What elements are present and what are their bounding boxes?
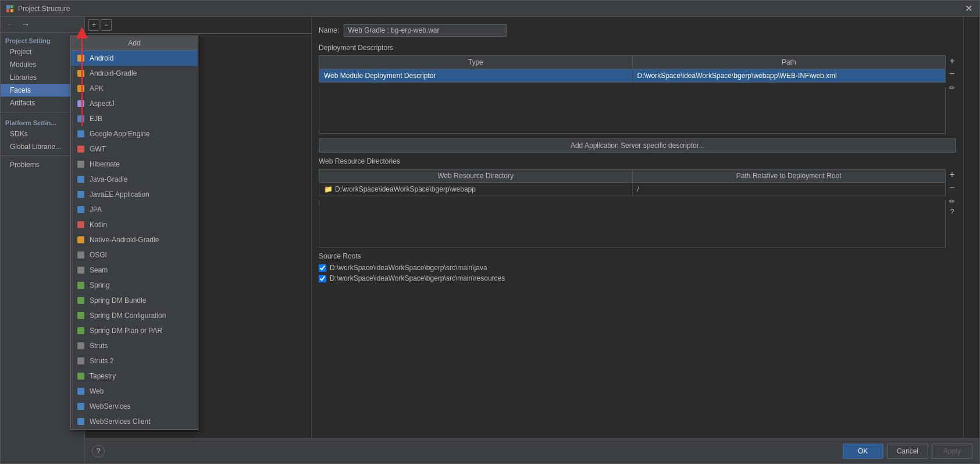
android-gradle-label: Android-Gradle bbox=[90, 69, 137, 77]
remove-web-resource-button[interactable]: − bbox=[948, 182, 956, 193]
svg-rect-19 bbox=[77, 236, 84, 243]
content-inner: + − bg-erp-web.war (bgerp.main) bbox=[85, 17, 979, 438]
ok-button[interactable]: OK bbox=[843, 444, 883, 459]
apk-label: APK bbox=[90, 84, 104, 93]
java-gradle-label: Java-Gradle bbox=[90, 175, 127, 183]
svg-rect-11 bbox=[77, 115, 84, 122]
edit-deployment-button[interactable]: ✏ bbox=[948, 83, 956, 93]
spring-dm-plan-label: Spring DM Plan or PAR bbox=[90, 327, 162, 335]
back-button[interactable]: ← bbox=[4, 19, 17, 30]
detail-panel: Name: Deployment Descriptors Type Path bbox=[312, 17, 963, 438]
remove-button[interactable]: − bbox=[101, 19, 112, 31]
svg-rect-1 bbox=[10, 5, 13, 8]
svg-rect-27 bbox=[77, 357, 84, 364]
dropdown-item-tapestry[interactable]: Tapestry bbox=[71, 369, 198, 384]
add-web-resource-button[interactable]: + bbox=[948, 169, 956, 180]
svg-rect-31 bbox=[77, 418, 84, 425]
dropdown-item-android-gradle[interactable]: Android-Gradle bbox=[71, 66, 198, 81]
web-resource-table-container: Web Resource Directory Path Relative to … bbox=[319, 169, 946, 247]
svg-rect-3 bbox=[10, 9, 13, 12]
ejb-icon bbox=[76, 114, 86, 124]
webservices-client-label: WebServices Client bbox=[90, 417, 150, 426]
deployment-table-row[interactable]: Web Module Deployment Descriptor D:\work… bbox=[319, 69, 945, 82]
name-input[interactable] bbox=[344, 24, 507, 37]
dropdown-item-android[interactable]: Android bbox=[71, 51, 198, 66]
gwt-icon bbox=[76, 144, 86, 154]
dropdown-item-spring-dm-configuration[interactable]: Spring DM Configuration bbox=[71, 308, 198, 323]
hibernate-label: Hibernate bbox=[90, 160, 120, 168]
dropdown-item-seam[interactable]: Seam bbox=[71, 263, 198, 278]
dropdown-item-gwt[interactable]: GWT bbox=[71, 141, 198, 157]
deployment-descriptors-label: Deployment Descriptors bbox=[319, 44, 956, 52]
web-resource-empty-area bbox=[319, 201, 946, 247]
close-button[interactable]: ✕ bbox=[963, 3, 975, 14]
web-icon bbox=[76, 386, 86, 396]
tapestry-icon bbox=[76, 371, 86, 381]
deployment-table-controls: + − ✏ bbox=[948, 55, 956, 93]
dropdown-item-java-gradle[interactable]: Java-Gradle bbox=[71, 172, 198, 187]
edit-web-resource-button[interactable]: ✏ bbox=[948, 197, 956, 206]
kotlin-label: Kotlin bbox=[90, 221, 107, 229]
footer: ? OK Cancel Apply bbox=[85, 438, 979, 463]
svg-rect-10 bbox=[77, 100, 84, 107]
forward-button[interactable]: → bbox=[19, 19, 32, 30]
project-structure-window: Project Structure ✕ ← → Project Setting … bbox=[0, 0, 980, 464]
apply-button[interactable]: Apply bbox=[932, 444, 972, 459]
add-dropdown: Add AndroidAndroid-GradleAPKAspectJEJBGo… bbox=[70, 36, 198, 430]
struts-label: Struts bbox=[90, 342, 108, 350]
android-gradle-icon bbox=[76, 68, 86, 79]
dropdown-item-struts[interactable]: Struts bbox=[71, 338, 198, 353]
window-title: Project Structure bbox=[18, 5, 963, 13]
google-app-engine-icon bbox=[76, 129, 86, 139]
web-resource-label: Web Resource Directories bbox=[319, 157, 956, 165]
add-button[interactable]: + bbox=[88, 19, 99, 31]
add-deployment-button[interactable]: + bbox=[948, 55, 956, 67]
svg-rect-2 bbox=[6, 9, 9, 12]
dropdown-item-kotlin[interactable]: Kotlin bbox=[71, 217, 198, 232]
dropdown-item-spring-dm-bundle[interactable]: Spring DM Bundle bbox=[71, 293, 198, 308]
svg-rect-24 bbox=[77, 312, 84, 319]
source-root-2-label: D:\workSpace\ideaWorkSpace\bgerp\src\mai… bbox=[330, 274, 505, 282]
web-resource-table-area: Web Resource Directory Path Relative to … bbox=[319, 169, 956, 247]
svg-rect-12 bbox=[77, 130, 84, 137]
dropdown-item-spring[interactable]: Spring bbox=[71, 278, 198, 293]
add-descriptor-button[interactable]: Add Application Server specific descript… bbox=[319, 139, 956, 153]
source-root-1-checkbox[interactable] bbox=[319, 264, 326, 272]
java-gradle-icon bbox=[76, 174, 86, 185]
dropdown-item-google-app-engine[interactable]: Google App Engine bbox=[71, 126, 198, 141]
source-root-1-row: D:\workSpace\ideaWorkSpace\bgerp\src\mai… bbox=[319, 264, 956, 272]
dropdown-item-hibernate[interactable]: Hibernate bbox=[71, 157, 198, 172]
dropdown-item-javaee-application[interactable]: JavaEE Application bbox=[71, 187, 198, 202]
help-web-resource-button[interactable]: ? bbox=[949, 207, 956, 217]
svg-rect-26 bbox=[77, 342, 84, 349]
dropdown-item-struts2[interactable]: Struts 2 bbox=[71, 353, 198, 369]
spring-dm-configuration-icon bbox=[76, 310, 86, 321]
source-root-2-checkbox[interactable] bbox=[319, 275, 326, 282]
dropdown-item-jpa[interactable]: JPA bbox=[71, 202, 198, 217]
svg-rect-17 bbox=[77, 206, 84, 213]
android-icon bbox=[76, 53, 86, 63]
dropdown-item-webservices[interactable]: WebServices bbox=[71, 399, 198, 414]
content-area: + − bg-erp-web.war (bgerp.main) bbox=[85, 17, 979, 463]
dropdown-item-aspectj[interactable]: AspectJ bbox=[71, 96, 198, 111]
web-resource-table-row[interactable]: 📁 D:\workSpace\ideaWorkSpace\bgerp\webap… bbox=[319, 183, 945, 196]
web-resource-dir-header: Web Resource Directory bbox=[319, 169, 633, 182]
deployment-table: Type Path Web Module Deployment Descript… bbox=[319, 55, 946, 83]
dropdown-item-webservices-client[interactable]: WebServices Client bbox=[71, 414, 198, 429]
dropdown-item-apk[interactable]: APK bbox=[71, 81, 198, 96]
cancel-button[interactable]: Cancel bbox=[887, 444, 928, 459]
spring-dm-configuration-label: Spring DM Configuration bbox=[90, 311, 166, 320]
apk-icon bbox=[76, 83, 86, 94]
dropdown-item-spring-dm-plan[interactable]: Spring DM Plan or PAR bbox=[71, 323, 198, 338]
svg-rect-20 bbox=[77, 252, 84, 258]
dropdown-item-ejb[interactable]: EJB bbox=[71, 111, 198, 126]
dropdown-item-osgi[interactable]: OSGi bbox=[71, 247, 198, 263]
dropdown-item-native-android-gradle[interactable]: Native-Android-Gradle bbox=[71, 232, 198, 247]
detail-panel-right bbox=[963, 17, 979, 438]
help-button[interactable]: ? bbox=[92, 445, 105, 458]
svg-rect-30 bbox=[77, 403, 84, 410]
remove-deployment-button[interactable]: − bbox=[948, 68, 956, 80]
dropdown-item-web[interactable]: Web bbox=[71, 384, 198, 399]
webservices-client-icon bbox=[76, 416, 86, 427]
folder-icon: 📁 bbox=[324, 185, 333, 193]
